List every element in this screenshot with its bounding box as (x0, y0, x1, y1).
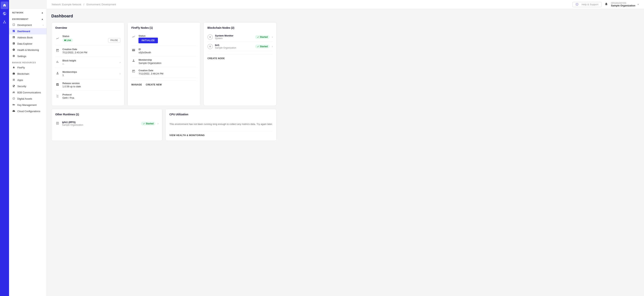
firefly-card: FireFly Nodes (1) Status INITIALIZE ID u… (127, 22, 200, 106)
view-health-button[interactable]: VIEW HEALTH & MONITORING (170, 131, 272, 137)
sidebar-item-settings[interactable]: Settings (9, 53, 46, 59)
sidebar-item-cloud-configs[interactable]: Cloud Configurations (9, 108, 46, 114)
firefly-status-label: Status (138, 35, 196, 37)
memberships-value: 1 (62, 74, 117, 77)
sidebar-item-blockchain[interactable]: Blockchain (9, 71, 46, 77)
sidebar-key-management-label: Key Management (17, 104, 36, 106)
sidebar-item-key-management[interactable]: Key Management (9, 102, 46, 108)
sidebar-blockchain-label: Blockchain (17, 72, 29, 75)
breadcrumb-separator: / (84, 3, 84, 6)
create-new-button[interactable]: CREATE NEW (146, 83, 162, 86)
block-height-icon (55, 60, 60, 64)
data-explorer-icon (12, 42, 16, 45)
manage-button[interactable]: MANAGE (131, 83, 142, 86)
sidebar-data-explorer-label: Data Explorer (17, 42, 32, 45)
live-dot (64, 40, 66, 41)
sidebar-item-development[interactable]: Development › (9, 22, 46, 28)
sidebar-dev-label: Development (17, 24, 32, 27)
sidebar-item-data-explorer[interactable]: Data Explorer (9, 41, 46, 47)
settings-icon (12, 55, 16, 58)
sidebar-item-health-monitoring[interactable]: Health & Monitoring (9, 47, 46, 53)
security-icon (12, 85, 16, 88)
other-runtimes-card: Other Runtimes (1) ipfs1 (IPFS) Sample O… (51, 109, 162, 141)
protocol-row: Protocol Geth / Poa (55, 91, 120, 102)
address-book-icon (12, 36, 16, 39)
sidebar-security-label: Security (17, 85, 26, 88)
protocol-value: Geth / Poa (62, 96, 120, 99)
help-support-button[interactable]: ⓘ Help & Support (572, 2, 602, 7)
blockchain-nodes-title: Blockchain Nodes (2) (208, 26, 272, 29)
sidebar-item-b2b[interactable]: B2B Communications (9, 89, 46, 96)
pause-button[interactable]: PAUSE (108, 38, 120, 43)
runtime-row-0: ipfs1 (IPFS) Sample Organization Started… (55, 119, 158, 128)
runtime-started-badge-0: Started (141, 122, 156, 125)
top-cards-grid: Overview Status Live PAUSE (51, 22, 276, 106)
runtime-chevron-0[interactable]: › (158, 122, 158, 125)
sidebar-health-label: Health & Monitoring (17, 49, 39, 51)
cpu-utilization-card: CPU Utilization This environment has not… (166, 109, 276, 141)
sidebar-item-apps[interactable]: Apps (9, 77, 46, 83)
sidebar-cloud-configs-label: Cloud Configurations (17, 110, 40, 113)
svg-point-5 (14, 98, 14, 99)
firefly-icon (12, 66, 16, 69)
firefly-id-icon (131, 48, 136, 53)
environment-section-header[interactable]: ENVIRONMENT ▲ (9, 16, 46, 22)
firefly-title: FireFly Nodes (1) (131, 26, 196, 29)
firefly-id-value: u0j3o5kvdh (138, 51, 151, 54)
node-circle-0 (208, 34, 213, 40)
sidebar-item-digital-assets[interactable]: Digital Assets (9, 96, 46, 102)
digital-assets-icon (12, 97, 16, 100)
other-runtimes-title: Other Runtimes (1) (55, 113, 158, 116)
network-section-header[interactable]: NETWORK ▲ (9, 9, 46, 16)
node-circle-1 (208, 44, 213, 49)
sidebar-item-security[interactable]: Security (9, 83, 46, 89)
sidebar-item-dashboard[interactable]: Dashboard (9, 28, 46, 34)
nodes-icon[interactable] (1, 18, 8, 26)
network-caret-icon: ▲ (41, 11, 44, 14)
block-height-row[interactable]: Block height – › (55, 57, 120, 68)
node-org-1: Sample Organization (215, 47, 253, 49)
overview-card: Overview Status Live PAUSE (51, 22, 124, 106)
release-row: Release version 1.0.58 up to date (55, 79, 120, 91)
firefly-calendar-icon (131, 70, 136, 74)
firefly-id-row: ID u0j3o5kvdh (131, 46, 196, 56)
globe-icon[interactable] (1, 10, 8, 17)
initialize-button[interactable]: INITIALIZE (138, 38, 158, 43)
breadcrumb: Network: Example Network / Environment: … (47, 0, 644, 9)
release-value: 1.0.58 up to date (62, 85, 120, 88)
manage-resources-label: MANAGE RESOURCES (9, 59, 46, 64)
firefly-membership-label: Membership (138, 59, 161, 61)
firefly-membership-value: Sample Organization (138, 62, 161, 64)
status-row: Status Live PAUSE (55, 32, 120, 45)
org-selector[interactable]: ORGANIZATION Sample Organization ▼ (611, 2, 640, 7)
help-circle-icon: ⓘ (576, 3, 578, 6)
sidebar-b2b-label: B2B Communications (17, 91, 41, 94)
node-row-1: bn1 Sample Organization Started › (208, 42, 272, 51)
node-name-0: System Monitor (215, 34, 253, 37)
health-monitoring-icon (12, 48, 16, 52)
notification-button[interactable] (604, 2, 608, 7)
firefly-creation-value: 7/11/2022, 2:48:24 PM (138, 72, 163, 75)
icon-bar (0, 0, 9, 296)
blockchain-nodes-footer: CREATE NODE (208, 54, 272, 60)
sidebar-dashboard-label: Dashboard (17, 30, 30, 33)
node-started-badge-1: Started (255, 45, 270, 48)
node-chevron-1[interactable]: › (272, 45, 272, 48)
status-chart-icon (55, 37, 60, 41)
sidebar: NETWORK ▲ ENVIRONMENT ▲ Development › Da… (9, 9, 47, 296)
sidebar-address-book-label: Address Book (17, 36, 33, 39)
sidebar-item-firefly[interactable]: FireFly (9, 64, 46, 71)
runtime-name-0: ipfs1 (IPFS) (62, 121, 139, 124)
main-content: Dashboard Overview Status Live PAUSE (47, 9, 281, 296)
create-node-button[interactable]: CREATE NODE (208, 57, 225, 60)
protocol-label: Protocol (62, 93, 120, 96)
network-label: NETWORK (12, 12, 24, 14)
firefly-footer: MANAGE CREATE NEW (131, 81, 196, 86)
org-caret-icon: ▼ (637, 4, 639, 6)
memberships-row[interactable]: Memberships 1 › (55, 68, 120, 79)
sidebar-item-address-book[interactable]: Address Book (9, 34, 46, 41)
home-icon[interactable] (1, 2, 8, 9)
key-management-icon (12, 103, 16, 107)
cloud-configs-icon (12, 110, 16, 113)
node-chevron-0[interactable]: › (272, 36, 272, 38)
